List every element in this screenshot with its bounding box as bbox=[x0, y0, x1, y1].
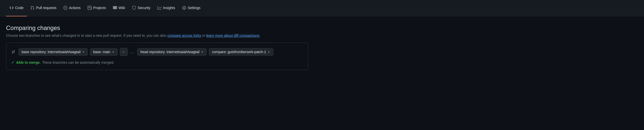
base-branch-label: base: main bbox=[93, 50, 110, 54]
subtitle: Choose two branches to see what's change… bbox=[6, 34, 316, 38]
swap-arrow-button[interactable]: ← bbox=[120, 48, 128, 56]
head-repo-chevron: ▼ bbox=[201, 51, 204, 53]
gear-icon bbox=[182, 6, 186, 10]
nav-item-code-label: Code bbox=[15, 6, 23, 10]
nav-item-security[interactable]: Security bbox=[129, 0, 154, 16]
nav-item-settings[interactable]: Settings bbox=[179, 0, 204, 16]
merge-status: ✓ Able to merge. These branches can be a… bbox=[11, 60, 303, 65]
head-repo-label: head repository: internetisaiah/wagtail bbox=[140, 50, 199, 54]
merge-able-text: Able to merge. bbox=[16, 60, 41, 64]
nav-item-wiki-label: Wiki bbox=[118, 6, 125, 10]
subtitle-or: or bbox=[202, 34, 206, 38]
graph-icon bbox=[157, 6, 162, 10]
compare-branch-chevron: ▼ bbox=[268, 51, 270, 53]
base-repo-label: base repository: internetisaiah/wagtail bbox=[22, 50, 80, 54]
head-repo-dropdown[interactable]: head repository: internetisaiah/wagtail … bbox=[137, 48, 207, 56]
nav-item-projects[interactable]: Projects bbox=[84, 0, 109, 16]
compare-branch-label: compare: gutsfromberserk-patch-1 bbox=[212, 50, 266, 54]
nav-item-wiki[interactable]: Wiki bbox=[109, 0, 129, 16]
nav-bar: Code Pull requests Actions Projects bbox=[0, 0, 644, 16]
nav-item-code[interactable]: Code bbox=[6, 0, 27, 16]
nav-item-actions-label: Actions bbox=[69, 6, 80, 10]
dots-button[interactable]: ... bbox=[130, 49, 135, 55]
compare-forks-link[interactable]: compare across forks bbox=[168, 34, 201, 38]
compare-arrows-icon bbox=[11, 50, 15, 54]
compare-box: base repository: internetisaiah/wagtail … bbox=[6, 43, 308, 70]
dots-icon: ... bbox=[131, 50, 134, 54]
nav-item-security-label: Security bbox=[138, 6, 150, 10]
git-pull-request-icon bbox=[30, 6, 34, 10]
compare-controls: base repository: internetisaiah/wagtail … bbox=[11, 48, 303, 56]
subtitle-period: . bbox=[259, 34, 260, 38]
subtitle-text: Choose two branches to see what's change… bbox=[6, 34, 167, 38]
nav-item-pull-requests-label: Pull requests bbox=[36, 6, 56, 10]
page-title: Comparing changes bbox=[6, 24, 316, 31]
nav-item-projects-label: Projects bbox=[93, 6, 106, 10]
base-branch-chevron: ▼ bbox=[112, 51, 114, 53]
main-content: Comparing changes Choose two branches to… bbox=[0, 16, 322, 76]
play-circle-icon bbox=[63, 6, 67, 10]
nav-item-actions[interactable]: Actions bbox=[60, 0, 84, 16]
nav-item-insights-label: Insights bbox=[163, 6, 175, 10]
swap-arrow-icon: ← bbox=[122, 50, 126, 54]
nav-item-insights[interactable]: Insights bbox=[154, 0, 179, 16]
book-icon bbox=[113, 6, 117, 10]
nav-item-pull-requests[interactable]: Pull requests bbox=[27, 0, 60, 16]
base-repo-chevron: ▼ bbox=[82, 51, 85, 53]
code-icon bbox=[10, 6, 14, 10]
shield-icon bbox=[132, 6, 136, 10]
nav-item-settings-label: Settings bbox=[188, 6, 200, 10]
base-repo-dropdown[interactable]: base repository: internetisaiah/wagtail … bbox=[18, 48, 88, 56]
table-icon bbox=[88, 6, 92, 10]
compare-branch-dropdown[interactable]: compare: gutsfromberserk-patch-1 ▼ bbox=[209, 48, 273, 56]
learn-more-link[interactable]: learn more about diff comparisons bbox=[206, 34, 259, 38]
merge-status-text: These branches can be automatically merg… bbox=[42, 60, 114, 64]
base-branch-dropdown[interactable]: base: main ▼ bbox=[90, 48, 117, 56]
check-icon: ✓ bbox=[11, 60, 15, 65]
